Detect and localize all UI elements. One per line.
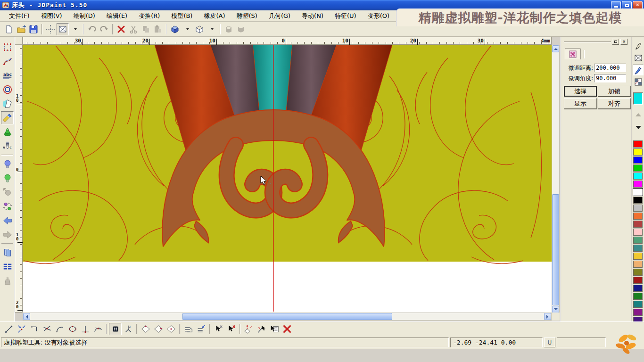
pen-tool-button[interactable] xyxy=(633,40,644,51)
plane-right-button[interactable] xyxy=(152,323,165,335)
palette-swatch[interactable] xyxy=(633,293,643,300)
spray-tool-button[interactable] xyxy=(1,274,14,288)
layers-flat-button[interactable] xyxy=(182,323,195,335)
ring-shape-button[interactable] xyxy=(1,83,14,96)
menu-item-deform[interactable]: 变形(O) xyxy=(363,10,395,22)
lock-button[interactable]: 加锁 xyxy=(598,86,631,97)
page-sheets-button[interactable] xyxy=(1,246,14,259)
palette-swatch[interactable] xyxy=(633,173,643,180)
wireframe-view-dropdown[interactable] xyxy=(206,23,218,35)
menu-item-draw[interactable]: 绘制(D) xyxy=(68,10,100,22)
vertical-scroll-thumb[interactable] xyxy=(552,194,559,305)
push-tool-button[interactable] xyxy=(223,23,235,35)
axis-z-button[interactable]: z xyxy=(122,323,134,335)
pull-tool-button[interactable] xyxy=(235,23,247,35)
menu-item-sculpt[interactable]: 雕塑(S) xyxy=(231,10,262,22)
point-arc-button[interactable] xyxy=(53,323,66,335)
cut-button[interactable] xyxy=(127,23,140,35)
eyedropper-button[interactable] xyxy=(633,65,644,75)
data-table-button[interactable] xyxy=(1,260,14,273)
nudge-angle-input[interactable] xyxy=(594,74,626,82)
point-corner-button[interactable] xyxy=(28,323,41,335)
nudge-distance-input[interactable] xyxy=(594,64,626,72)
palette-swatch[interactable] xyxy=(633,140,643,148)
nc-cutter-button[interactable]: N C xyxy=(1,140,14,153)
pattern-stamp-button[interactable] xyxy=(633,76,644,87)
wireframe-box-dropdown[interactable] xyxy=(69,23,81,35)
node-delete-button[interactable] xyxy=(225,323,238,335)
wireframe-box-button[interactable] xyxy=(57,23,69,35)
palette-swatch[interactable] xyxy=(633,156,643,164)
palette-swatch[interactable] xyxy=(633,269,643,276)
current-color-swatch[interactable] xyxy=(633,92,643,105)
save-file-button[interactable] xyxy=(27,23,40,35)
scroll-up-button[interactable] xyxy=(552,45,559,52)
palette-swatch[interactable] xyxy=(633,285,643,292)
palette-swatch[interactable] xyxy=(633,237,643,244)
point-tangent-button[interactable] xyxy=(91,323,104,335)
point-converge-button[interactable] xyxy=(15,323,28,335)
palette-swatch[interactable] xyxy=(633,277,643,284)
palette-swatch[interactable] xyxy=(633,309,643,316)
palette-swatch-selected[interactable] xyxy=(633,189,643,196)
palette-swatch[interactable] xyxy=(633,213,643,220)
open-file-button[interactable] xyxy=(15,23,27,35)
snap-grid-button[interactable] xyxy=(109,323,122,335)
horizontal-scrollbar[interactable] xyxy=(23,313,552,321)
menu-item-transform[interactable]: 变换(R) xyxy=(133,10,165,22)
scroll-down-button[interactable] xyxy=(552,306,559,313)
scroll-right-button[interactable] xyxy=(544,313,551,320)
menu-item-geometry[interactable]: 几何(G) xyxy=(264,10,296,22)
show-button[interactable]: 显示 xyxy=(564,98,597,109)
palette-swatch[interactable] xyxy=(633,197,643,204)
delete-button[interactable] xyxy=(115,23,127,35)
wireframe-view-button[interactable] xyxy=(193,23,206,35)
swap-nodes-button[interactable] xyxy=(1,200,14,213)
light-blue-button[interactable] xyxy=(1,157,14,171)
vertical-scrollbar[interactable] xyxy=(552,45,560,313)
marquee-select-button[interactable] xyxy=(1,41,14,54)
paste-button[interactable] xyxy=(152,23,164,35)
palette-scroll-up[interactable] xyxy=(633,109,644,120)
snap-crosshair-button[interactable] xyxy=(44,23,57,35)
palette-scroll-down[interactable] xyxy=(633,122,644,132)
plane-top-button[interactable] xyxy=(139,323,152,335)
panel-tab[interactable] xyxy=(565,48,581,59)
wireframe-box-button[interactable] xyxy=(633,52,644,63)
node-edit-button[interactable] xyxy=(1,55,14,68)
nav-back-button[interactable] xyxy=(1,214,14,227)
palette-swatch[interactable] xyxy=(633,181,643,188)
pick-line-button[interactable] xyxy=(255,323,268,335)
new-document-button[interactable] xyxy=(3,23,15,35)
pick-list-button[interactable] xyxy=(268,323,281,335)
point-line-button[interactable] xyxy=(2,323,15,335)
panel-grip[interactable] xyxy=(564,41,611,42)
point-ellipse-button[interactable] xyxy=(66,323,79,335)
palette-swatch[interactable] xyxy=(633,229,643,236)
menu-item-file[interactable]: 文件(F) xyxy=(4,10,35,22)
horizontal-scroll-thumb[interactable] xyxy=(182,313,392,320)
smooth-brush-button[interactable] xyxy=(1,111,14,124)
redo-button[interactable] xyxy=(98,23,110,35)
shaded-view-button[interactable] xyxy=(169,23,181,35)
facet-knife-button[interactable] xyxy=(1,97,14,110)
copy-button[interactable] xyxy=(140,23,152,35)
light-pick-button[interactable] xyxy=(1,186,14,199)
palette-swatch[interactable] xyxy=(633,253,643,260)
palette-swatch[interactable] xyxy=(633,261,643,268)
shaded-view-dropdown[interactable] xyxy=(181,23,193,35)
text-tool-button[interactable]: abc xyxy=(1,69,14,82)
undo-button[interactable] xyxy=(86,23,98,35)
select-button[interactable]: 选择 xyxy=(564,86,597,97)
menu-item-model[interactable]: 模型(B) xyxy=(166,10,198,22)
palette-swatch[interactable] xyxy=(633,221,643,228)
unit-toggle-button[interactable]: U xyxy=(544,337,555,347)
palette-swatch[interactable] xyxy=(633,205,643,212)
scroll-left-button[interactable] xyxy=(23,313,30,320)
point-intersect-button[interactable] xyxy=(41,323,53,335)
layers-import-button[interactable] xyxy=(195,323,207,335)
plane-center-button[interactable] xyxy=(165,323,177,335)
light-green-button[interactable] xyxy=(1,172,14,185)
panel-restore-button[interactable] xyxy=(612,39,619,45)
palette-swatch[interactable] xyxy=(633,148,643,156)
